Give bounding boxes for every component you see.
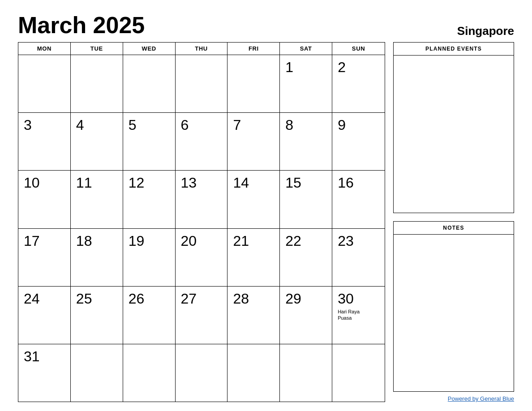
notes-box: NOTES (393, 221, 514, 392)
week-row-2: 3 4 5 6 7 8 9 (18, 113, 385, 171)
week-row-1: 1 2 (18, 55, 385, 113)
calendar-weeks: 1 2 3 4 5 6 7 8 9 10 11 12 (18, 55, 385, 402)
day-cell-empty (227, 344, 280, 402)
calendar-section: MON TUE WED THU FRI SAT SUN 1 2 (18, 42, 385, 402)
day-cell-23: 23 (332, 229, 385, 286)
day-cell-empty (280, 344, 332, 402)
day-cell-4: 4 (71, 113, 123, 170)
day-cell-25: 25 (71, 287, 123, 344)
day-cell-empty (123, 344, 176, 402)
day-cell-9: 9 (332, 113, 385, 170)
day-cell-21: 21 (227, 229, 280, 286)
day-cell-15: 15 (280, 171, 332, 228)
day-cell-17: 17 (18, 229, 71, 286)
day-cell-27: 27 (176, 287, 228, 344)
day-cell-empty (176, 344, 228, 402)
month-year-title: March 2025 (18, 13, 145, 37)
powered-by-link[interactable]: Powered by General Blue (448, 395, 514, 402)
day-header-thu: THU (176, 43, 228, 55)
main-content: MON TUE WED THU FRI SAT SUN 1 2 (18, 42, 514, 402)
day-cell-24: 24 (18, 287, 71, 344)
day-cell-6: 6 (176, 113, 228, 170)
day-cell-22: 22 (280, 229, 332, 286)
day-cell-29: 29 (280, 287, 332, 344)
day-cell-20: 20 (176, 229, 228, 286)
day-cell-16: 16 (332, 171, 385, 228)
day-cell-19: 19 (123, 229, 176, 286)
country-title: Singapore (457, 25, 514, 37)
week-row-5: 24 25 26 27 28 29 30 Hari RayaPuasa (18, 287, 385, 344)
day-cell-30: 30 Hari RayaPuasa (332, 287, 385, 344)
day-header-sat: SAT (280, 43, 332, 55)
day-cell-8: 8 (280, 113, 332, 170)
week-row-6: 31 (18, 344, 385, 402)
header: March 2025 Singapore (18, 13, 514, 37)
planned-events-content (394, 56, 514, 213)
day-header-fri: FRI (227, 43, 280, 55)
week-row-4: 17 18 19 20 21 22 23 (18, 229, 385, 287)
day-header-wed: WED (123, 43, 176, 55)
day-cell-18: 18 (71, 229, 123, 286)
day-header-mon: MON (18, 43, 71, 55)
day-cell-26: 26 (123, 287, 176, 344)
day-cell-empty (123, 55, 176, 112)
day-cell-2: 2 (332, 55, 385, 112)
day-cell-5: 5 (123, 113, 176, 170)
day-cell-31: 31 (18, 344, 71, 402)
day-header-sun: SUN (332, 43, 385, 55)
day-cell-empty (18, 55, 71, 112)
day-cell-7: 7 (227, 113, 280, 170)
notes-content (394, 235, 514, 392)
day-cell-13: 13 (176, 171, 228, 228)
day-cell-empty (227, 55, 280, 112)
day-cell-28: 28 (227, 287, 280, 344)
week-row-3: 10 11 12 13 14 15 16 (18, 171, 385, 228)
day-cell-empty (332, 344, 385, 402)
day-headers: MON TUE WED THU FRI SAT SUN (18, 43, 385, 55)
planned-events-header: PLANNED EVENTS (394, 43, 514, 56)
page-layout: March 2025 Singapore MON TUE WED THU FRI… (18, 13, 514, 402)
day-header-tue: TUE (71, 43, 123, 55)
day-cell-empty (71, 55, 123, 112)
day-cell-14: 14 (227, 171, 280, 228)
day-cell-10: 10 (18, 171, 71, 228)
day-cell-empty (71, 344, 123, 402)
day-cell-12: 12 (123, 171, 176, 228)
day-cell-3: 3 (18, 113, 71, 170)
day-cell-11: 11 (71, 171, 123, 228)
holiday-hari-raya: Hari RayaPuasa (338, 308, 379, 321)
notes-header: NOTES (394, 222, 514, 235)
day-cell-1: 1 (280, 55, 332, 112)
day-cell-empty (176, 55, 228, 112)
powered-by: Powered by General Blue (393, 395, 514, 402)
sidebar: PLANNED EVENTS NOTES Powered by General … (393, 42, 514, 402)
planned-events-box: PLANNED EVENTS (393, 42, 514, 213)
